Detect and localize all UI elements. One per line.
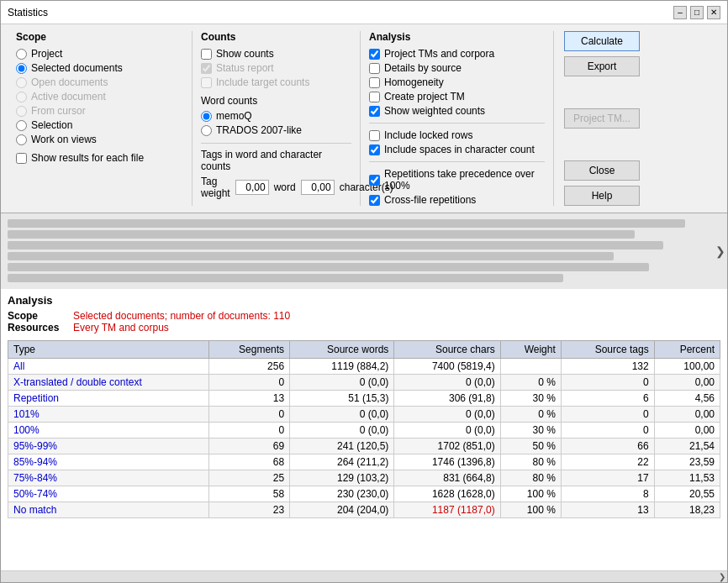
- repetitions-precedence-item[interactable]: Repetitions take precedence over 100%: [369, 168, 545, 192]
- cross-file-checkbox[interactable]: [369, 195, 380, 206]
- close-button[interactable]: ✕: [707, 6, 720, 19]
- scope-work-views-radio[interactable]: [16, 134, 27, 145]
- type-link[interactable]: 50%-74%: [13, 488, 57, 500]
- cell-type[interactable]: 100%: [8, 423, 209, 439]
- scope-selection-radio[interactable]: [16, 120, 27, 131]
- include-locked-checkbox[interactable]: [369, 130, 380, 141]
- scope-selected-docs-radio[interactable]: [16, 63, 27, 74]
- details-by-source-item[interactable]: Details by source: [369, 62, 545, 74]
- scope-work-on-views[interactable]: Work on views: [16, 134, 183, 145]
- help-button[interactable]: Help: [564, 186, 640, 206]
- stats-table: Type Segments Source words Source chars …: [8, 340, 720, 518]
- scope-open-docs[interactable]: Open documents: [16, 76, 183, 88]
- col-weight: Weight: [500, 341, 561, 359]
- cell-source-tags: 0: [561, 407, 654, 423]
- scope-active-doc[interactable]: Active document: [16, 91, 183, 102]
- cell-source-words: 0 (0,0): [290, 375, 394, 391]
- cell-weight: 100 %: [500, 486, 561, 502]
- blurred-line-2: [8, 230, 635, 239]
- trados-radio[interactable]: [201, 125, 212, 136]
- scope-selected-docs[interactable]: Selected documents: [16, 62, 183, 74]
- cell-percent: 100,00: [654, 359, 720, 375]
- project-tms-item[interactable]: Project TMs and corpora: [369, 48, 545, 60]
- cell-type[interactable]: All: [8, 359, 209, 375]
- create-project-tm-checkbox[interactable]: [369, 92, 380, 102]
- show-counts-checkbox[interactable]: [201, 49, 212, 60]
- status-report-checkbox[interactable]: [201, 63, 212, 74]
- cell-source-words: 0 (0,0): [290, 423, 394, 439]
- show-results-each-file[interactable]: Show results for each file: [16, 152, 183, 164]
- close-bottom-button[interactable]: Close: [564, 160, 640, 181]
- repetitions-precedence-checkbox[interactable]: [369, 175, 380, 186]
- analysis-meta: Scope Selected documents; number of docu…: [8, 310, 720, 334]
- cell-percent: 0,00: [654, 423, 720, 439]
- type-link[interactable]: 100%: [13, 424, 40, 436]
- scope-selection[interactable]: Selection: [16, 119, 183, 131]
- type-link[interactable]: Repetition: [13, 392, 59, 404]
- include-spaces-checkbox[interactable]: [369, 144, 380, 155]
- project-tm-button[interactable]: Project TM...: [564, 108, 640, 129]
- project-tms-checkbox[interactable]: [369, 49, 380, 60]
- scope-from-cursor-radio[interactable]: [16, 106, 27, 117]
- show-results-checkbox[interactable]: [16, 153, 27, 164]
- memoq-radio-item[interactable]: memoQ: [201, 110, 351, 122]
- show-weighted-checkbox[interactable]: [369, 106, 380, 117]
- include-target-counts-item[interactable]: Include target counts: [201, 76, 351, 88]
- cell-type[interactable]: 75%-84%: [8, 470, 209, 486]
- cell-type[interactable]: 50%-74%: [8, 486, 209, 502]
- type-link[interactable]: 75%-84%: [13, 472, 57, 484]
- status-report-item[interactable]: Status report: [201, 62, 351, 74]
- show-counts-item[interactable]: Show counts: [201, 48, 351, 60]
- scope-from-cursor[interactable]: From cursor: [16, 105, 183, 117]
- cell-source-chars: 0 (0,0): [394, 375, 500, 391]
- homogeneity-checkbox[interactable]: [369, 77, 380, 88]
- type-link[interactable]: All: [13, 360, 24, 372]
- include-target-counts-checkbox[interactable]: [201, 77, 212, 88]
- table-row: 101% 0 0 (0,0) 0 (0,0) 0 % 0 0,00: [8, 407, 720, 423]
- tag-weight-input[interactable]: [235, 180, 269, 195]
- show-weighted-item[interactable]: Show weighted counts: [369, 105, 545, 117]
- homogeneity-item[interactable]: Homogeneity: [369, 76, 545, 88]
- col-percent: Percent: [654, 341, 720, 359]
- include-spaces-item[interactable]: Include spaces in character count: [369, 144, 545, 155]
- create-project-tm-item[interactable]: Create project TM: [369, 91, 545, 102]
- blurred-line-6: [8, 274, 563, 282]
- scope-from-cursor-label: From cursor: [31, 105, 86, 117]
- cell-weight: 80 %: [500, 470, 561, 486]
- memoq-radio[interactable]: [201, 111, 212, 122]
- cross-file-item[interactable]: Cross-file repetitions: [369, 194, 545, 206]
- analysis-results-panel: Analysis Scope Selected documents; numbe…: [1, 289, 727, 570]
- type-link[interactable]: 101%: [13, 408, 40, 420]
- memoq-label: memoQ: [216, 110, 252, 122]
- homogeneity-label: Homogeneity: [384, 76, 444, 88]
- scope-active-doc-radio[interactable]: [16, 92, 27, 102]
- cell-source-chars: 1628 (1628,0): [394, 486, 500, 502]
- scroll-right-arrow[interactable]: ❯: [715, 244, 725, 258]
- export-button[interactable]: Export: [564, 56, 640, 76]
- type-link[interactable]: 95%-99%: [13, 440, 57, 452]
- include-locked-item[interactable]: Include locked rows: [369, 129, 545, 141]
- cell-source-words: 129 (103,2): [290, 470, 394, 486]
- scope-open-docs-radio[interactable]: [16, 77, 27, 88]
- scrollbar-bottom[interactable]: ❯: [1, 570, 727, 582]
- scroll-down-arrow[interactable]: ❯: [719, 572, 725, 581]
- table-row: Repetition 13 51 (15,3) 306 (91,8) 30 % …: [8, 391, 720, 407]
- cell-type[interactable]: No match: [8, 502, 209, 518]
- cell-type[interactable]: 95%-99%: [8, 439, 209, 454]
- type-link[interactable]: X-translated / double context: [13, 376, 142, 388]
- scope-project-radio[interactable]: [16, 49, 27, 60]
- table-row: 95%-99% 69 241 (120,5) 1702 (851,0) 50 %…: [8, 439, 720, 454]
- type-link[interactable]: 85%-94%: [13, 456, 57, 468]
- cell-type[interactable]: 85%-94%: [8, 454, 209, 470]
- details-by-source-checkbox[interactable]: [369, 63, 380, 74]
- maximize-button[interactable]: □: [690, 6, 704, 19]
- trados-radio-item[interactable]: TRADOS 2007-like: [201, 124, 351, 136]
- cell-type[interactable]: X-translated / double context: [8, 375, 209, 391]
- calculate-button[interactable]: Calculate: [564, 31, 640, 51]
- minimize-button[interactable]: –: [673, 6, 687, 19]
- tag-char-input[interactable]: [301, 180, 335, 195]
- cell-type[interactable]: Repetition: [8, 391, 209, 407]
- cell-type[interactable]: 101%: [8, 407, 209, 423]
- scope-project[interactable]: Project: [16, 48, 183, 60]
- type-link[interactable]: No match: [13, 504, 56, 516]
